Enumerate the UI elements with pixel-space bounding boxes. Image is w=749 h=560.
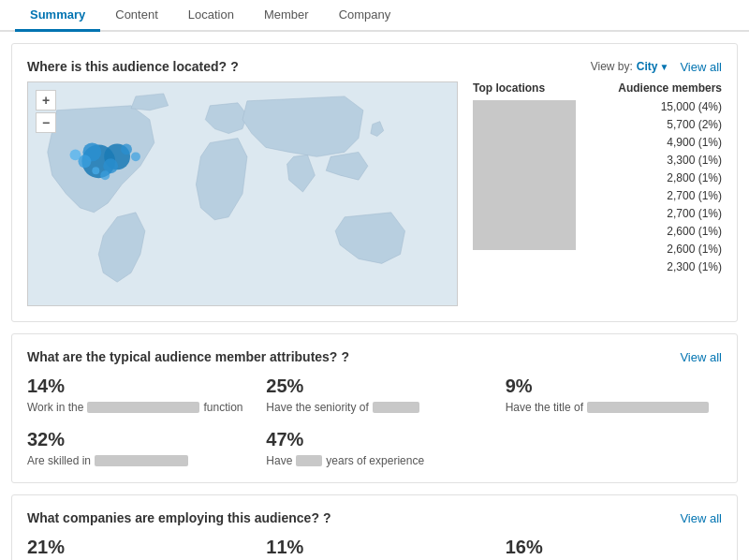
companies-section: What companies are employing this audien… — [11, 494, 738, 560]
map-svg — [28, 82, 457, 305]
svg-point-6 — [121, 143, 132, 155]
audience-row-4: 3,300 (1%) — [583, 154, 722, 167]
attribute-item-1: 14% Work in the function — [27, 376, 243, 414]
svg-point-10 — [92, 167, 99, 174]
company-item-2: 11% Are in the Industry — [266, 537, 482, 560]
map-help-icon[interactable]: ? — [230, 59, 239, 74]
attribute-item-4: 32% Are skilled in — [27, 429, 243, 467]
attr-desc-2: Have the seniority of — [266, 401, 482, 414]
company-item-3: 16% Have employees — [506, 537, 722, 560]
attribute-item-3: 9% Have the title of — [506, 376, 722, 414]
map-view-all-link[interactable]: View all — [680, 60, 722, 74]
world-map: + − — [27, 81, 458, 306]
attr-placeholder-5 — [296, 455, 322, 466]
attributes-section-header: What are the typical audience member att… — [27, 349, 722, 364]
company-percent-2: 11% — [266, 537, 482, 558]
attr-desc-1: Work in the function — [27, 401, 243, 414]
company-percent-3: 16% — [506, 537, 722, 558]
attributes-title: What are the typical audience member att… — [27, 349, 337, 364]
attribute-item-2: 25% Have the seniority of — [266, 376, 482, 414]
audience-values-list: 15,000 (4%) 5,700 (2%) 4,900 (1%) 3,300 … — [583, 100, 722, 278]
audience-row-9: 2,600 (1%) — [583, 243, 722, 256]
tabs-container: Summary Content Location Member Company — [0, 0, 749, 32]
zoom-out-button[interactable]: − — [36, 112, 56, 133]
map-section: Where is this audience located? ? View b… — [11, 43, 738, 322]
companies-help-icon[interactable]: ? — [323, 510, 331, 525]
companies-title: What companies are employing this audien… — [27, 510, 319, 525]
company-item-1: 21% Have company growth — [27, 537, 243, 560]
company-percent-1: 21% — [27, 537, 243, 558]
attr-percent-2: 25% — [266, 376, 482, 397]
attributes-help-icon[interactable]: ? — [341, 349, 349, 364]
svg-point-9 — [70, 149, 81, 160]
tab-location[interactable]: Location — [173, 0, 249, 32]
view-by-value[interactable]: City ▼ — [637, 60, 669, 73]
attr-desc-3: Have the title of — [506, 401, 722, 414]
tab-member[interactable]: Member — [249, 0, 324, 32]
top-locations-placeholder: 15,000 (4%) 5,700 (2%) 4,900 (1%) 3,300 … — [473, 100, 722, 278]
attr-percent-1: 14% — [27, 376, 243, 397]
audience-row-6: 2,700 (1%) — [583, 189, 722, 202]
attr-percent-3: 9% — [506, 376, 722, 397]
map-section-title: Where is this audience located? ? — [27, 59, 239, 74]
attributes-section: What are the typical audience member att… — [11, 333, 738, 483]
audience-row-8: 2,600 (1%) — [583, 225, 722, 238]
audience-row-5: 2,800 (1%) — [583, 171, 722, 184]
audience-row-7: 2,700 (1%) — [583, 207, 722, 220]
companies-section-header: What companies are employing this audien… — [27, 510, 722, 525]
attribute-item-5: 47% Have years of experience — [266, 429, 482, 467]
svg-point-8 — [131, 152, 140, 161]
tab-summary[interactable]: Summary — [15, 0, 100, 32]
attr-placeholder-4 — [95, 455, 188, 466]
top-locations-header: Top locations Audience members — [473, 81, 722, 95]
svg-point-7 — [100, 170, 110, 180]
audience-row-3: 4,900 (1%) — [583, 136, 722, 149]
attr-placeholder-3 — [587, 402, 709, 413]
zoom-in-button[interactable]: + — [36, 90, 56, 111]
audience-members-label: Audience members — [618, 81, 722, 95]
attributes-view-all-link[interactable]: View all — [680, 350, 722, 364]
attr-placeholder-1 — [87, 402, 199, 413]
audience-row-1: 15,000 (4%) — [583, 100, 722, 113]
top-locations-label: Top locations — [473, 81, 545, 95]
chevron-down-icon: ▼ — [660, 62, 669, 72]
attr-placeholder-2 — [373, 402, 419, 413]
tab-company[interactable]: Company — [324, 0, 406, 32]
tab-content[interactable]: Content — [100, 0, 173, 32]
attr-percent-5: 47% — [266, 429, 482, 450]
attr-desc-5: Have years of experience — [266, 454, 482, 467]
view-by-control: View by: City ▼ — [591, 60, 669, 73]
audience-row-10: 2,300 (1%) — [583, 260, 722, 273]
attr-percent-4: 32% — [27, 429, 243, 450]
audience-row-2: 5,700 (2%) — [583, 118, 722, 131]
view-by-label: View by: — [591, 60, 633, 73]
attr-desc-4: Are skilled in — [27, 454, 243, 467]
top-locations-panel: Top locations Audience members 15,000 (4… — [473, 81, 722, 306]
companies-view-all-link[interactable]: View all — [680, 511, 722, 525]
